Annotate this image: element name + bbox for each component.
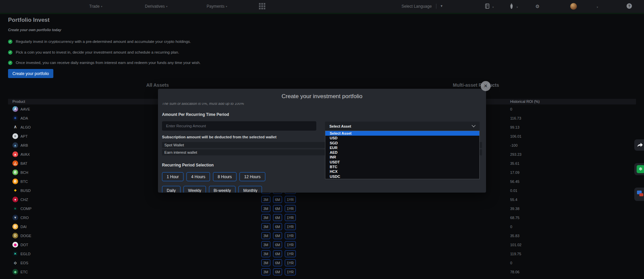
roi-value: 0.01 xyxy=(510,189,517,193)
coin-symbol: DOT xyxy=(20,243,28,247)
roi-value: 0 xyxy=(510,225,512,229)
table-row-chz[interactable]: ♦CHZ3M6M1YR55.4 xyxy=(0,195,644,204)
nav-menu-payments[interactable]: Payments▾ xyxy=(207,4,227,9)
asset-option-aed[interactable]: AED xyxy=(325,150,479,155)
table-row-dot[interactable]: ◉DOT3M6M1YR101.02 xyxy=(0,240,644,249)
period-button-1yr[interactable]: 1YR xyxy=(285,268,296,275)
period-button-1yr[interactable]: 1YR xyxy=(285,250,296,257)
language-caret-icon[interactable]: ▼ xyxy=(440,4,443,8)
marker-icon[interactable] xyxy=(509,3,514,11)
period-button-1yr[interactable]: 1YR xyxy=(285,259,296,266)
assistant-bot-icon[interactable]: ✻ xyxy=(634,163,644,175)
header-separator xyxy=(0,13,644,14)
table-row-cro[interactable]: ▼CRO3M6M1YR68.75 xyxy=(0,213,644,222)
period-button-3m[interactable]: 3M xyxy=(261,214,270,221)
period-button-1yr[interactable]: 1YR xyxy=(285,223,296,230)
period-button-3m[interactable]: 3M xyxy=(261,232,270,239)
recurring-button-1-hour[interactable]: 1 Hour xyxy=(162,172,183,181)
table-row-egld[interactable]: ✕EGLD3M6M1YR119.75 xyxy=(0,249,644,258)
table-row-doge[interactable]: ÐDOGE3M6M1YR35.83 xyxy=(0,231,644,240)
chat-bubbles-icon[interactable] xyxy=(634,188,644,201)
asset-option-sgd[interactable]: SGD xyxy=(325,141,479,145)
roi-value: 99.13 xyxy=(510,125,520,129)
bullet-text: Regularly invest in cryptocurrency with … xyxy=(16,40,191,44)
period-button-6m[interactable]: 6M xyxy=(273,223,282,230)
asset-select[interactable]: Select Asset xyxy=(325,122,480,131)
nav-menu-derivatives[interactable]: Derivatives▾ xyxy=(145,4,167,9)
period-button-1yr[interactable]: 1YR xyxy=(285,205,296,212)
period-buttons: 3M6M1YR xyxy=(261,214,296,221)
recurring-button-8-hours[interactable]: 8 Hours xyxy=(213,172,236,181)
asset-option-usdc[interactable]: USDC xyxy=(325,174,479,179)
marker-caret-icon[interactable]: ▾ xyxy=(515,5,518,9)
table-row-etc[interactable]: ◆ETC3M6M1YR78.06 xyxy=(0,267,644,276)
nav-menu-trade[interactable]: Trade▾ xyxy=(89,4,102,9)
roi-value: 35.61 xyxy=(510,161,520,165)
orders-caret-icon[interactable]: ▾ xyxy=(491,5,494,9)
period-button-6m[interactable]: 6M xyxy=(273,241,282,248)
aave-coin-icon: A xyxy=(12,106,18,112)
period-button-6m[interactable]: 6M xyxy=(273,259,282,266)
orders-book-icon[interactable] xyxy=(485,3,490,10)
period-button-6m[interactable]: 6M xyxy=(273,205,282,212)
recurring-button-daily[interactable]: Daily xyxy=(162,186,180,193)
recurring-button-weekly[interactable]: Weekly xyxy=(183,186,206,193)
amount-label: Amount Per Recurring Time Period xyxy=(162,112,229,117)
apps-grid-icon[interactable] xyxy=(259,3,266,11)
period-button-1yr[interactable]: 1YR xyxy=(285,196,296,203)
period-button-1yr[interactable]: 1YR xyxy=(285,214,296,221)
table-row-eos[interactable]: ◇EOS3M6M1YR0 xyxy=(0,258,644,267)
asset-option-select-asset[interactable]: Select Asset xyxy=(325,131,479,136)
recurring-button-monthly[interactable]: Monthly xyxy=(238,186,262,193)
table-row-comp[interactable]: ≈COMP3M6M1YR39.38 xyxy=(0,204,644,213)
period-button-3m[interactable]: 3M xyxy=(261,268,270,275)
asset-option-eur[interactable]: EUR xyxy=(325,145,479,150)
allocation-note: The sum of allocation is 0%, must add up… xyxy=(162,103,244,107)
asset-option-hcx[interactable]: HCX xyxy=(325,169,479,174)
asset-option-btc[interactable]: BTC xyxy=(325,164,479,169)
period-button-6m[interactable]: 6M xyxy=(273,250,282,257)
period-button-6m[interactable]: 6M xyxy=(273,268,282,275)
period-button-3m[interactable]: 3M xyxy=(261,259,270,266)
recurring-amount-input[interactable] xyxy=(162,121,316,131)
dai-coin-icon: Ð xyxy=(12,224,18,229)
roi-column-header: Historical ROI (%) xyxy=(510,99,540,103)
period-button-6m[interactable]: 6M xyxy=(273,214,282,221)
help-icon[interactable]: ? xyxy=(627,3,632,9)
modal-close-button[interactable]: ✕ xyxy=(481,81,491,91)
gear-icon[interactable]: ⚙ xyxy=(535,4,540,9)
period-button-1yr[interactable]: 1YR xyxy=(285,241,296,248)
period-buttons: 3M6M1YR xyxy=(261,196,296,203)
period-button-3m[interactable]: 3M xyxy=(261,196,270,203)
period-button-3m[interactable]: 3M xyxy=(261,241,270,248)
coin-symbol: APT xyxy=(20,134,28,138)
feature-bullet: ✓Regularly invest in cryptocurrency with… xyxy=(8,39,191,44)
period-button-6m[interactable]: 6M xyxy=(273,196,282,203)
roi-value: 56.45 xyxy=(510,180,520,184)
apt-coin-icon: ≡ xyxy=(12,133,18,139)
recurring-button-bi-weekly[interactable]: Bi-weekly xyxy=(209,186,235,193)
avatar[interactable] xyxy=(570,3,577,10)
period-buttons: 3M6M1YR xyxy=(261,205,296,212)
recurring-button-4-hours[interactable]: 4 Hours xyxy=(186,172,210,181)
asset-select-label: Select Asset xyxy=(325,124,351,128)
asset-dropdown-list: Select AssetUSDSGDEURAEDINRUSDTBTCHCXUSD… xyxy=(325,131,480,179)
egld-coin-icon: ✕ xyxy=(12,251,18,257)
asset-option-inr[interactable]: INR xyxy=(325,155,479,159)
asset-option-usdt[interactable]: USDT xyxy=(325,160,479,164)
period-button-6m[interactable]: 6M xyxy=(273,232,282,239)
period-button-3m[interactable]: 3M xyxy=(261,205,270,212)
asset-option-usd[interactable]: USD xyxy=(325,136,479,140)
user-caret-icon[interactable]: ▾ xyxy=(595,5,598,9)
period-button-3m[interactable]: 3M xyxy=(261,223,270,230)
create-portfolio-button[interactable]: Create your portfolio xyxy=(8,69,53,78)
table-row-dai[interactable]: ÐDAI3M6M1YR0 xyxy=(0,222,644,231)
coin-symbol: AVAX xyxy=(20,152,30,156)
coin-symbol: ADA xyxy=(20,116,28,120)
language-selector[interactable]: Select Language xyxy=(401,4,432,9)
coin-symbol: DOGE xyxy=(20,234,31,238)
period-button-3m[interactable]: 3M xyxy=(261,250,270,257)
period-button-1yr[interactable]: 1YR xyxy=(285,232,296,239)
share-arrow-icon[interactable] xyxy=(634,139,644,151)
recurring-button-12-hours[interactable]: 12 Hours xyxy=(239,172,265,181)
